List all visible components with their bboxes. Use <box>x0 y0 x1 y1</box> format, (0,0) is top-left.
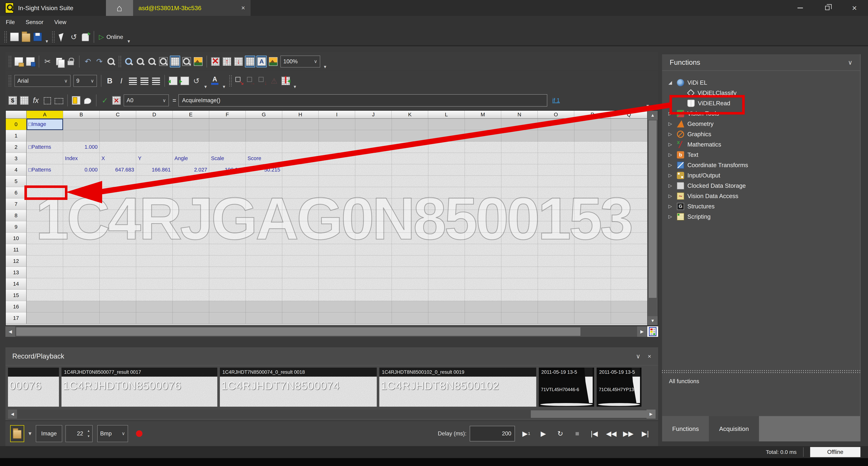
cell-N17[interactable] <box>501 313 538 324</box>
cell-I14[interactable] <box>319 278 355 290</box>
cell-J3[interactable] <box>355 153 392 164</box>
play[interactable]: ▶ <box>536 428 551 440</box>
cell-L12[interactable] <box>428 256 465 267</box>
cell-Q0[interactable] <box>611 119 647 130</box>
cell-H1[interactable] <box>282 130 319 142</box>
image-display[interactable] <box>268 56 278 67</box>
cell-K8[interactable] <box>392 210 428 221</box>
cell-M8[interactable] <box>465 210 501 221</box>
chevron-collapsed-icon[interactable]: ▷ <box>667 162 674 168</box>
cell-F6[interactable] <box>209 187 246 199</box>
cell-G7[interactable] <box>246 199 282 210</box>
cell-C13[interactable] <box>100 267 136 278</box>
cell-L11[interactable] <box>428 244 465 256</box>
cell-I8[interactable] <box>319 210 355 221</box>
function-item-vidielclassify[interactable]: ViDiELClassify <box>662 88 859 98</box>
cell-F11[interactable] <box>209 244 246 256</box>
cell-I16[interactable] <box>319 301 355 313</box>
cell-C7[interactable] <box>100 199 136 210</box>
cell-B4[interactable]: 0.000 <box>63 164 100 176</box>
cell-E6[interactable] <box>173 187 209 199</box>
cell-H16[interactable] <box>282 301 319 313</box>
cell-N1[interactable] <box>501 130 538 142</box>
cell-O13[interactable] <box>538 267 575 278</box>
cell-reference-combo[interactable]: A0 ∨ <box>124 94 169 106</box>
cell-J9[interactable] <box>355 221 392 233</box>
cell-K5[interactable] <box>392 176 428 187</box>
cell-M16[interactable] <box>465 301 501 313</box>
cell-P6[interactable] <box>575 187 611 199</box>
chevron-collapsed-icon[interactable]: ▷ <box>667 152 674 157</box>
cell-G16[interactable] <box>246 301 282 313</box>
cell-L9[interactable] <box>428 221 465 233</box>
menu-view[interactable]: View <box>54 19 66 26</box>
reset-view[interactable]: ↺ <box>68 31 79 43</box>
cell-K2[interactable] <box>392 142 428 153</box>
cell-O11[interactable] <box>538 244 575 256</box>
row-header-3[interactable]: 3 <box>6 153 27 164</box>
cell-D14[interactable] <box>136 278 173 290</box>
cell-I7[interactable] <box>319 199 355 210</box>
column-header-Q[interactable]: Q <box>611 111 647 119</box>
column-header-G[interactable]: G <box>246 111 282 119</box>
column-header-P[interactable]: P <box>574 111 611 119</box>
cell-I3[interactable] <box>319 153 355 164</box>
cell-state[interactable] <box>71 94 81 106</box>
cell-Q11[interactable] <box>611 244 647 256</box>
cell-J11[interactable] <box>355 244 392 256</box>
cell-G2[interactable] <box>246 142 282 153</box>
cell-M2[interactable] <box>465 142 501 153</box>
cell-Q17[interactable] <box>611 313 647 324</box>
cell-Q14[interactable] <box>611 278 647 290</box>
cell-M11[interactable] <box>465 244 501 256</box>
cell-G8[interactable] <box>246 210 282 221</box>
cell-J15[interactable] <box>355 290 392 301</box>
cell-L10[interactable] <box>428 233 465 244</box>
tab-acquisition[interactable]: Acquisition <box>709 416 759 441</box>
cell-J17[interactable] <box>355 313 392 324</box>
chevron-collapsed-icon[interactable]: ▷ <box>667 121 674 127</box>
cell-O1[interactable] <box>538 130 575 142</box>
cell-K4[interactable] <box>392 164 428 176</box>
cell-A6[interactable] <box>27 187 63 199</box>
cell-N2[interactable] <box>501 142 538 153</box>
cell-Q12[interactable] <box>611 256 647 267</box>
column-header-B[interactable]: B <box>63 111 100 119</box>
cell-O8[interactable] <box>538 210 575 221</box>
tab-close-icon[interactable]: × <box>241 4 245 12</box>
chevron-collapsed-icon[interactable]: ▷ <box>667 111 674 116</box>
loop[interactable]: ↻ <box>553 428 568 440</box>
formula-input[interactable]: AcquireImage() <box>179 94 547 107</box>
cell-O7[interactable] <box>538 199 575 210</box>
cell-I0[interactable] <box>319 119 355 130</box>
cell-L6[interactable] <box>428 187 465 199</box>
chevron-collapsed-icon[interactable]: ▷ <box>667 193 674 199</box>
function-item-graphics[interactable]: ▷Graphics <box>662 129 859 139</box>
cell-F16[interactable] <box>209 301 246 313</box>
cell-D13[interactable] <box>136 267 173 278</box>
menu-sensor[interactable]: Sensor <box>26 19 43 26</box>
cell-O12[interactable] <box>538 256 575 267</box>
collapse-panel-icon[interactable]: ∨ <box>636 353 640 360</box>
cell-G6[interactable] <box>246 187 282 199</box>
frame-count-spinner[interactable]: 22 ▲▼ <box>65 425 93 442</box>
online-overflow[interactable]: ▾ <box>126 37 132 45</box>
cell-C15[interactable] <box>100 290 136 301</box>
tab-functions[interactable]: Functions <box>662 416 709 441</box>
row-header-1[interactable]: 1 <box>6 130 27 142</box>
cell-J4[interactable] <box>355 164 392 176</box>
cell-E7[interactable] <box>173 199 209 210</box>
cell-D17[interactable] <box>136 313 173 324</box>
cell-F0[interactable] <box>209 119 246 130</box>
row-header-17[interactable]: 17 <box>6 313 27 324</box>
cell-M0[interactable] <box>465 119 501 130</box>
play-single[interactable]: ▶1 <box>519 428 534 440</box>
snapshot[interactable] <box>193 56 204 67</box>
cell-P10[interactable] <box>575 233 611 244</box>
cell-P9[interactable] <box>575 221 611 233</box>
cell-G5[interactable] <box>246 176 282 187</box>
painter-overflow[interactable]: ▾ <box>203 83 209 91</box>
cell-M7[interactable] <box>465 199 501 210</box>
cell-B10[interactable] <box>63 233 100 244</box>
chevron-collapsed-icon[interactable]: ▷ <box>667 131 674 137</box>
